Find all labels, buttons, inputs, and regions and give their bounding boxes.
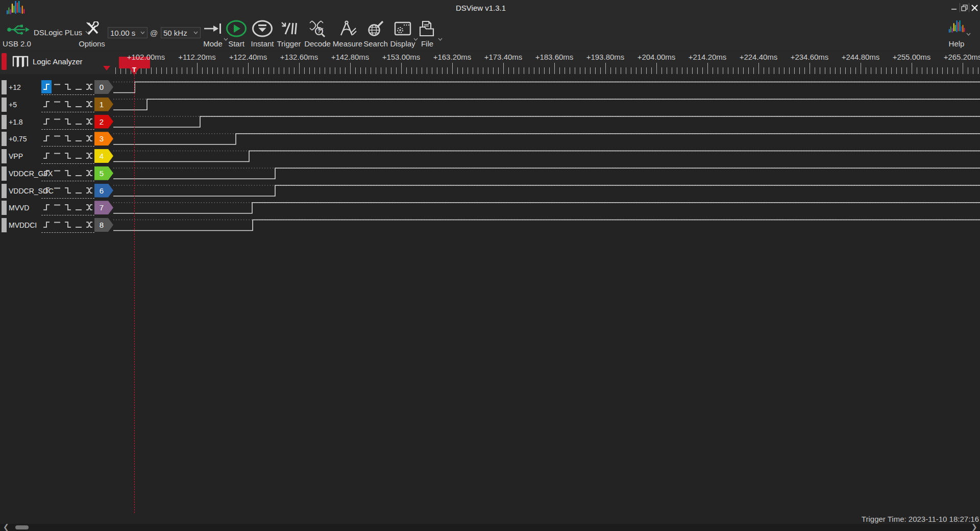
channel-row-VDDCR_SOC[interactable]: VDDCR_SOC6 [0, 182, 117, 200]
low-level-trigger-icon[interactable] [74, 98, 84, 111]
low-level-trigger-icon[interactable] [74, 201, 84, 214]
low-level-trigger-icon[interactable] [74, 218, 84, 231]
rising-edge-trigger-icon[interactable] [41, 132, 52, 145]
channel-row-+1.8[interactable]: +1.82 [0, 113, 117, 131]
ruler-minor-tick [432, 67, 432, 74]
channel-row-VPP[interactable]: VPP4 [0, 148, 117, 165]
rising-edge-trigger-icon[interactable] [41, 98, 52, 111]
rising-edge-trigger-icon[interactable] [41, 166, 52, 180]
rising-edge-trigger-icon[interactable] [41, 184, 52, 197]
falling-edge-trigger-icon[interactable] [63, 218, 73, 231]
scroll-left-icon[interactable]: ❮ [3, 523, 9, 531]
rising-edge-trigger-icon[interactable] [41, 80, 52, 93]
channel-name-label[interactable]: MVDDCI [9, 221, 37, 229]
channel-8-waveform [113, 220, 980, 231]
low-level-trigger-icon[interactable] [74, 184, 84, 197]
channel-number-badge[interactable]: 2 [94, 115, 113, 129]
channel-row-MVVD[interactable]: MVVD7 [0, 199, 117, 216]
low-level-trigger-icon[interactable] [74, 80, 84, 93]
ruler-minor-tick [416, 67, 417, 74]
ruler-minor-tick [115, 67, 116, 74]
any-edge-trigger-icon[interactable] [84, 115, 94, 128]
channel-row-VDDCR_GFX[interactable]: VDDCR_GFX5 [0, 165, 117, 182]
ruler-minor-tick [371, 67, 371, 74]
any-edge-trigger-icon[interactable] [84, 184, 94, 197]
ruler-time-label: +214.20ms [684, 53, 730, 61]
channel-2-waveform [113, 116, 980, 127]
waveform-canvas[interactable] [0, 0, 980, 531]
any-edge-trigger-icon[interactable] [84, 201, 94, 214]
any-edge-trigger-icon[interactable] [84, 132, 94, 145]
channel-name-label[interactable]: VPP [9, 152, 23, 160]
channel-name-label[interactable]: +1.8 [9, 118, 23, 126]
falling-edge-trigger-icon[interactable] [63, 184, 73, 197]
channel-drag-handle[interactable] [2, 132, 7, 146]
falling-edge-trigger-icon[interactable] [63, 80, 73, 93]
ruler-minor-tick [513, 67, 514, 74]
falling-edge-trigger-icon[interactable] [63, 149, 73, 162]
channel-name-label[interactable]: MVVD [9, 204, 29, 212]
channel-number-badge[interactable]: 6 [94, 184, 113, 198]
horizontal-scrollbar[interactable] [0, 524, 980, 531]
channel-drag-handle[interactable] [2, 98, 7, 112]
dsview-app: DSView v1.3.1 USB 2.0 DSLogic PLus Optio… [0, 0, 980, 531]
any-edge-trigger-icon[interactable] [84, 80, 94, 93]
ruler-minor-tick [212, 67, 213, 74]
scrollbar-thumb[interactable] [15, 525, 29, 529]
rising-edge-trigger-icon[interactable] [41, 149, 52, 162]
falling-edge-trigger-icon[interactable] [63, 98, 73, 111]
high-level-trigger-icon[interactable] [52, 201, 62, 214]
ruler-major-tick [503, 63, 504, 74]
channel-name-label[interactable]: +12 [9, 83, 21, 91]
panel-collapse-icon[interactable] [103, 66, 110, 70]
channel-number-badge[interactable]: 7 [94, 201, 113, 214]
ruler-minor-tick [845, 67, 846, 74]
any-edge-trigger-icon[interactable] [84, 166, 94, 180]
channel-number-badge[interactable]: 3 [94, 132, 113, 146]
channel-row-+0.75[interactable]: +0.753 [0, 130, 117, 148]
scroll-right-icon[interactable]: ❯ [971, 523, 977, 531]
falling-edge-trigger-icon[interactable] [63, 201, 73, 214]
high-level-trigger-icon[interactable] [52, 218, 62, 231]
channel-number-badge[interactable]: 4 [94, 149, 113, 163]
falling-edge-trigger-icon[interactable] [63, 115, 73, 128]
low-level-trigger-icon[interactable] [74, 166, 84, 180]
channel-drag-handle[interactable] [2, 166, 7, 181]
ruler-minor-tick [320, 67, 320, 74]
any-edge-trigger-icon[interactable] [84, 218, 94, 231]
channel-drag-handle[interactable] [2, 218, 7, 232]
high-level-trigger-icon[interactable] [52, 80, 62, 93]
rising-edge-trigger-icon[interactable] [41, 218, 52, 231]
high-level-trigger-icon[interactable] [52, 98, 62, 111]
low-level-trigger-icon[interactable] [74, 132, 84, 145]
channel-trigger-settings [41, 80, 94, 95]
channel-drag-handle[interactable] [2, 115, 7, 129]
channel-number-badge[interactable]: 8 [94, 218, 113, 232]
channel-row-+5[interactable]: +51 [0, 96, 117, 113]
low-level-trigger-icon[interactable] [74, 149, 84, 162]
high-level-trigger-icon[interactable] [52, 132, 62, 145]
ruler-minor-tick [172, 67, 172, 74]
channel-drag-handle[interactable] [2, 184, 7, 198]
rising-edge-trigger-icon[interactable] [41, 115, 52, 128]
channel-drag-handle[interactable] [2, 149, 7, 163]
channel-name-label[interactable]: +0.75 [9, 135, 27, 143]
rising-edge-trigger-icon[interactable] [41, 201, 52, 214]
channel-number-badge[interactable]: 0 [94, 80, 113, 94]
high-level-trigger-icon[interactable] [52, 184, 62, 197]
channel-number-badge[interactable]: 1 [94, 98, 113, 111]
falling-edge-trigger-icon[interactable] [63, 166, 73, 180]
channel-number-badge[interactable]: 5 [94, 166, 113, 180]
channel-name-label[interactable]: +5 [9, 101, 17, 109]
high-level-trigger-icon[interactable] [52, 166, 62, 180]
low-level-trigger-icon[interactable] [74, 115, 84, 128]
any-edge-trigger-icon[interactable] [84, 149, 94, 162]
any-edge-trigger-icon[interactable] [84, 98, 94, 111]
channel-row-MVDDCI[interactable]: MVDDCI8 [0, 216, 117, 234]
channel-row-+12[interactable]: +120 [0, 79, 117, 96]
channel-drag-handle[interactable] [2, 201, 7, 215]
falling-edge-trigger-icon[interactable] [63, 132, 73, 145]
high-level-trigger-icon[interactable] [52, 115, 62, 128]
high-level-trigger-icon[interactable] [52, 149, 62, 162]
channel-drag-handle[interactable] [2, 80, 7, 94]
